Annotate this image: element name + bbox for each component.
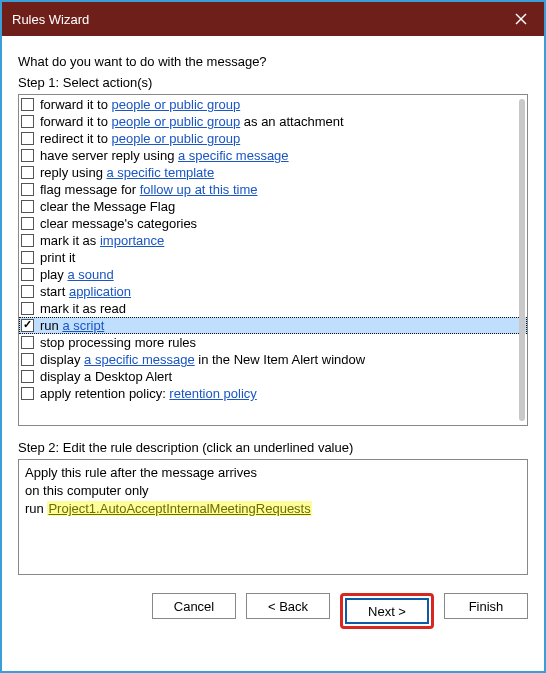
action-row[interactable]: mark it as importance (19, 232, 527, 249)
action-row[interactable]: forward it to people or public group as … (19, 113, 527, 130)
action-row[interactable]: display a Desktop Alert (19, 368, 527, 385)
action-link[interactable]: people or public group (112, 97, 241, 112)
action-label: clear the Message Flag (40, 198, 175, 215)
action-link[interactable]: people or public group (112, 114, 241, 129)
window-title: Rules Wizard (12, 12, 89, 27)
action-checkbox[interactable] (21, 166, 34, 179)
next-button-highlight: Next > (340, 593, 434, 629)
action-list[interactable]: forward it to people or public groupforw… (18, 94, 528, 426)
action-label: reply using a specific template (40, 164, 214, 181)
action-checkbox[interactable] (21, 98, 34, 111)
action-checkbox[interactable] (21, 217, 34, 230)
action-label: forward it to people or public group as … (40, 113, 344, 130)
action-row[interactable]: forward it to people or public group (19, 96, 527, 113)
step1-label: Step 1: Select action(s) (18, 75, 528, 90)
cancel-button[interactable]: Cancel (152, 593, 236, 619)
close-icon (515, 13, 527, 25)
action-link[interactable]: a script (62, 318, 104, 333)
action-checkbox[interactable] (21, 387, 34, 400)
action-label: start application (40, 283, 131, 300)
action-row[interactable]: clear message's categories (19, 215, 527, 232)
action-label: print it (40, 249, 75, 266)
action-row[interactable]: redirect it to people or public group (19, 130, 527, 147)
action-checkbox[interactable] (21, 149, 34, 162)
action-link[interactable]: a specific message (84, 352, 195, 367)
action-checkbox[interactable] (21, 285, 34, 298)
action-checkbox[interactable] (21, 370, 34, 383)
action-row[interactable]: flag message for follow up at this time (19, 181, 527, 198)
action-label: have server reply using a specific messa… (40, 147, 289, 164)
next-button[interactable]: Next > (345, 598, 429, 624)
finish-button[interactable]: Finish (444, 593, 528, 619)
scrollbar-thumb[interactable] (519, 99, 525, 421)
action-label: forward it to people or public group (40, 96, 240, 113)
action-row[interactable]: clear the Message Flag (19, 198, 527, 215)
action-link[interactable]: a specific message (178, 148, 289, 163)
back-button[interactable]: < Back (246, 593, 330, 619)
action-label: run a script (40, 317, 104, 334)
action-row[interactable]: run a script (19, 317, 527, 334)
action-link[interactable]: a sound (67, 267, 113, 282)
action-label: display a Desktop Alert (40, 368, 172, 385)
action-label: flag message for follow up at this time (40, 181, 258, 198)
titlebar: Rules Wizard (2, 2, 544, 36)
action-row[interactable]: reply using a specific template (19, 164, 527, 181)
close-button[interactable] (498, 2, 544, 36)
action-label: mark it as importance (40, 232, 164, 249)
action-link[interactable]: follow up at this time (140, 182, 258, 197)
action-link[interactable]: people or public group (112, 131, 241, 146)
action-link[interactable]: importance (100, 233, 164, 248)
action-label: apply retention policy: retention policy (40, 385, 257, 402)
action-link[interactable]: application (69, 284, 131, 299)
action-label: stop processing more rules (40, 334, 196, 351)
desc-line-1: Apply this rule after the message arrive… (25, 464, 521, 482)
action-row[interactable]: apply retention policy: retention policy (19, 385, 527, 402)
action-checkbox[interactable] (21, 319, 34, 332)
action-checkbox[interactable] (21, 115, 34, 128)
action-row[interactable]: stop processing more rules (19, 334, 527, 351)
action-label: display a specific message in the New It… (40, 351, 365, 368)
action-label: mark it as read (40, 300, 126, 317)
action-checkbox[interactable] (21, 234, 34, 247)
action-checkbox[interactable] (21, 183, 34, 196)
button-row: Cancel < Back Next > Finish (2, 575, 544, 643)
action-row[interactable]: display a specific message in the New It… (19, 351, 527, 368)
action-row[interactable]: start application (19, 283, 527, 300)
action-label: play a sound (40, 266, 114, 283)
action-link[interactable]: a specific template (106, 165, 214, 180)
action-row[interactable]: play a sound (19, 266, 527, 283)
action-checkbox[interactable] (21, 268, 34, 281)
action-checkbox[interactable] (21, 302, 34, 315)
step2-label: Step 2: Edit the rule description (click… (18, 440, 528, 455)
desc-line-2: on this computer only (25, 482, 521, 500)
action-link[interactable]: retention policy (169, 386, 256, 401)
action-row[interactable]: mark it as read (19, 300, 527, 317)
dialog-content: What do you want to do with the message?… (2, 36, 544, 575)
script-value-link[interactable]: Project1.AutoAcceptInternalMeetingReques… (47, 501, 311, 516)
action-row[interactable]: print it (19, 249, 527, 266)
action-checkbox[interactable] (21, 336, 34, 349)
action-label: redirect it to people or public group (40, 130, 240, 147)
action-label: clear message's categories (40, 215, 197, 232)
action-checkbox[interactable] (21, 132, 34, 145)
desc-line-3: run Project1.AutoAcceptInternalMeetingRe… (25, 500, 521, 518)
prompt-text: What do you want to do with the message? (18, 54, 528, 69)
action-row[interactable]: have server reply using a specific messa… (19, 147, 527, 164)
action-checkbox[interactable] (21, 251, 34, 264)
action-checkbox[interactable] (21, 200, 34, 213)
rule-description-box: Apply this rule after the message arrive… (18, 459, 528, 575)
action-checkbox[interactable] (21, 353, 34, 366)
